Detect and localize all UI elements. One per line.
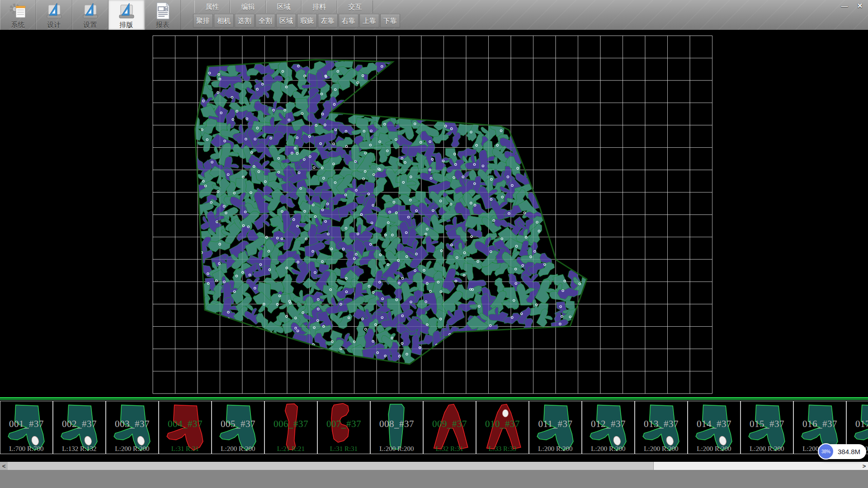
nav-button-label: 排版 [120, 21, 133, 29]
ribbon-toolbar: 系统 设计 设置 排版 报表 属性编辑区域排料交互 聚排相机选割全割区域瑕疵左靠… [0, 0, 868, 30]
nesting-canvas[interactable] [0, 30, 868, 397]
part-shape [637, 402, 685, 452]
nest-drawing[interactable] [0, 30, 868, 397]
tool-button-2[interactable]: 相机 [214, 14, 234, 28]
part-thumbnail-3[interactable]: 003_#37 L:200 R:200 [106, 401, 159, 454]
status-bar [0, 470, 868, 488]
design-ruler-icon [44, 1, 65, 20]
part-thumbnail-14[interactable]: 014_#37 L:200 R:200 [688, 401, 741, 454]
nav-button-label: 设计 [47, 21, 61, 29]
memory-percent-indicator: 38% [818, 443, 834, 460]
settings-ruler-icon [80, 1, 101, 20]
nav-button-1[interactable]: 系统 [0, 0, 36, 30]
part-thumbnail-8[interactable]: 008_#37 L:200 R:200 [370, 401, 423, 454]
menu-tab-5[interactable]: 交互 [337, 0, 373, 13]
nav-button-4[interactable]: 排版 [108, 0, 145, 30]
tool-button-10[interactable]: 下靠 [380, 14, 400, 28]
part-shape [425, 402, 474, 452]
tool-button-7[interactable]: 左靠 [318, 14, 338, 28]
part-shape [743, 402, 791, 452]
part-shape [2, 402, 51, 452]
nav-button-5[interactable]: 报表 [145, 0, 181, 30]
nav-button-3[interactable]: 设置 [72, 0, 108, 30]
part-shape [584, 402, 632, 452]
part-shape [108, 402, 156, 452]
panel-border-line [0, 397, 868, 399]
tool-button-3[interactable]: 选割 [235, 14, 255, 28]
part-shape [267, 402, 315, 452]
panel-border-line-2 [0, 399, 868, 400]
part-thumbnail-4[interactable]: 004_#37 L:31 R:31 [159, 401, 212, 454]
part-thumbnail-10[interactable]: 010_#37 L:33 R:33 [476, 401, 529, 454]
nav-strip: 系统 设计 设置 排版 报表 [0, 0, 181, 30]
menu-tab-3[interactable]: 区域 [266, 0, 302, 13]
memory-amount-label: 384.8M [838, 448, 860, 455]
part-shape [531, 402, 580, 452]
part-thumbnail-5[interactable]: 005_#37 L:200 R:200 [212, 401, 264, 454]
part-shape [55, 402, 104, 452]
nav-button-label: 系统 [11, 21, 25, 29]
horizontal-scrollbar[interactable]: < > [0, 462, 868, 470]
part-thumbnail-7[interactable]: 007_#37 L:31 R:31 [317, 401, 370, 454]
nav-button-label: 设置 [84, 21, 97, 29]
nav-button-2[interactable]: 设计 [36, 0, 72, 30]
menu-tab-1[interactable]: 属性 [194, 0, 230, 13]
parts-panel: 001_#37 L:700 R:700 002_#37 L:132 R:132 … [0, 397, 868, 462]
part-thumbnail-12[interactable]: 012_#37 L:200 R:200 [582, 401, 635, 454]
part-thumbnail-6[interactable]: 006_#37 L:21 R:21 [264, 401, 317, 454]
scrollbar-thumb[interactable] [8, 462, 654, 470]
scroll-left-arrow-icon[interactable]: < [0, 462, 8, 470]
tool-button-4[interactable]: 全割 [255, 14, 275, 28]
memory-usage-badge[interactable]: 38% 384.8M [818, 444, 866, 459]
close-button[interactable]: ✕ [853, 1, 867, 11]
tool-button-1[interactable]: 聚排 [193, 14, 213, 28]
part-shape [320, 402, 368, 452]
tool-button-5[interactable]: 区域 [276, 14, 296, 28]
layout-ruler-icon [116, 1, 137, 20]
tool-button-8[interactable]: 右靠 [339, 14, 359, 28]
part-thumbnail-1[interactable]: 001_#37 L:700 R:700 [0, 401, 53, 454]
menu-tab-4[interactable]: 排料 [302, 0, 337, 13]
part-thumbnail-11[interactable]: 011_#37 L:200 R:200 [529, 401, 582, 454]
part-shape [478, 402, 527, 452]
tab-strip: 属性编辑区域排料交互 [194, 0, 373, 13]
part-thumbnail-13[interactable]: 013_#37 L:200 R:200 [635, 401, 688, 454]
part-shape [161, 402, 209, 452]
tool-button-9[interactable]: 上靠 [359, 14, 379, 28]
part-thumbnail-15[interactable]: 015_#37 L:200 R:200 [741, 401, 793, 454]
window-controls: — ✕ [838, 1, 867, 11]
report-document-icon [152, 1, 173, 20]
nav-button-label: 报表 [156, 21, 170, 29]
menu-tab-2[interactable]: 编辑 [230, 0, 266, 13]
part-shape [373, 402, 421, 452]
minimize-button[interactable]: — [838, 1, 851, 11]
gear-document-icon [8, 1, 28, 20]
part-thumbnail-9[interactable]: 009_#37 L:32 R:31 [423, 401, 476, 454]
tool-button-6[interactable]: 瑕疵 [297, 14, 317, 28]
part-thumbnail-list: 001_#37 L:700 R:700 002_#37 L:132 R:132 … [0, 401, 868, 454]
part-shape [214, 402, 262, 452]
scroll-right-arrow-icon[interactable]: > [860, 462, 868, 470]
part-shape [690, 402, 738, 452]
part-thumbnail-2[interactable]: 002_#37 L:132 R:132 [53, 401, 106, 454]
tool-strip: 聚排相机选割全割区域瑕疵左靠右靠上靠下靠 [193, 14, 400, 28]
